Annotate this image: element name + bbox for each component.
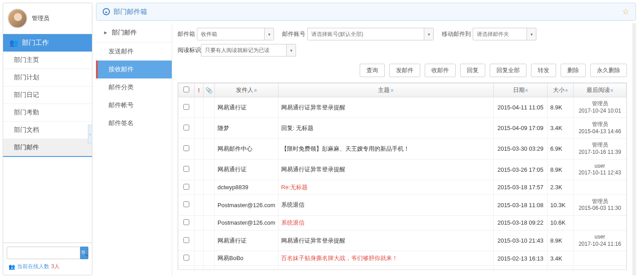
cell-size: 8.9K	[548, 230, 574, 251]
cell-sender: dclwyp8839	[215, 180, 278, 195]
account-dropdown[interactable]: ▾	[424, 28, 434, 40]
forward-button[interactable]: 转发	[531, 64, 556, 77]
cell-subject: 【限时免费领】彭麻麻、天王嫂专用的新品手机！	[278, 139, 493, 159]
nav-item[interactable]: 部门文档	[3, 122, 92, 139]
cell-size: 10.6K	[548, 215, 574, 230]
cell-date: 2015-02-13 16:13	[494, 251, 548, 266]
subnav-item[interactable]: 邮件分类	[96, 78, 172, 96]
receive-button[interactable]: 收邮件	[425, 64, 456, 77]
search-input[interactable]	[7, 247, 80, 259]
nav-item[interactable]: 部门主页	[3, 52, 92, 69]
mailbox-select[interactable]	[197, 28, 264, 40]
cell-size: 8.9K	[548, 97, 574, 118]
row-checkbox[interactable]	[183, 237, 189, 243]
col-flag[interactable]: !	[195, 83, 204, 97]
table-row[interactable]: 网易通行证网易通行证异常登录提醒2015-04-11 11:058.9K管理员2…	[178, 97, 627, 118]
chevron-down-icon: ▾	[428, 32, 430, 37]
reply-all-button[interactable]: 回复全部	[490, 64, 527, 77]
chevron-down-icon: ▾	[531, 32, 533, 37]
table-row[interactable]: 网易邮件中心【限时免费领】彭麻麻、天王嫂专用的新品手机！2015-03-30 0…	[178, 139, 627, 159]
col-checkbox	[178, 83, 195, 97]
row-checkbox[interactable]	[183, 269, 189, 270]
nav-section: 👥 部门工作	[3, 34, 92, 52]
cell-sender: 网易通行证	[215, 97, 278, 118]
col-date[interactable]: 日期≡	[494, 83, 548, 97]
nav-header-label: 部门工作	[22, 39, 49, 47]
cell-subject: 网易通行证异常登录提醒	[278, 159, 493, 180]
sort-icon: ≡	[254, 88, 257, 93]
online-users[interactable]: 👥 当前在线人数 3人	[7, 259, 88, 271]
user-box: 管理员	[3, 3, 92, 34]
row-checkbox[interactable]	[183, 166, 189, 172]
reply-button[interactable]: 回复	[460, 64, 485, 77]
cell-size: 8.9K	[548, 159, 574, 180]
table-row[interactable]: Postmaster@126.com系统退信2015-03-18 09:2210…	[178, 215, 627, 230]
chevron-left-icon: ‹	[89, 132, 91, 137]
table-row[interactable]: Postmaster@126.com系统退信2015-03-18 11:0810…	[178, 195, 627, 215]
cell-date: 2015-03-18 09:22	[494, 215, 548, 230]
query-button[interactable]: 查询	[360, 64, 385, 77]
col-last-read[interactable]: 最后阅读≡	[574, 83, 627, 97]
mailbox-dropdown[interactable]: ▾	[264, 28, 274, 40]
search-button[interactable]: 🔍	[80, 247, 88, 259]
cell-last-read	[574, 215, 627, 230]
cell-date: 2015-04-11 11:05	[494, 97, 548, 118]
perm-delete-button[interactable]: 永久删除	[590, 64, 627, 77]
table-row[interactable]: 网易邮件中心奔跑吧2015！网易邮箱送您羊年大礼包～2015-01-30 10:…	[178, 266, 627, 270]
cell-sender: 网易通行证	[215, 159, 278, 180]
row-checkbox[interactable]	[183, 219, 189, 225]
cell-size: 16.3K	[548, 266, 574, 270]
cell-last-read	[574, 251, 627, 266]
row-checkbox[interactable]	[183, 255, 189, 261]
star-icon[interactable]: ☆	[622, 7, 629, 17]
table-row[interactable]: dclwyp8839Re:无标题2015-03-18 17:572.3K	[178, 180, 627, 195]
row-checkbox[interactable]	[183, 201, 189, 207]
nav-item[interactable]: 部门邮件	[3, 139, 92, 157]
account-label: 邮件账号	[282, 30, 305, 38]
cell-last-read: 管理员2017-10-16 11:39	[574, 139, 627, 159]
nav-item[interactable]: 部门日记	[3, 87, 92, 104]
col-attachment[interactable]: 📎	[204, 83, 215, 97]
row-checkbox[interactable]	[183, 104, 189, 110]
row-checkbox[interactable]	[183, 184, 189, 190]
cell-last-read: 管理员2017-10-24 10:01	[574, 97, 627, 118]
cell-last-read: 管理员2015-06-03 11:30	[574, 195, 627, 215]
col-sender[interactable]: 发件人≡	[215, 83, 278, 97]
moveto-dropdown[interactable]: ▾	[527, 28, 536, 40]
table-row[interactable]: 网易通行证网易通行证异常登录提醒2015-03-26 17:058.9Kuser…	[178, 159, 627, 180]
readflag-dropdown[interactable]: ▾	[286, 44, 296, 56]
moveto-select[interactable]	[473, 28, 527, 40]
cell-size: 6.9K	[548, 139, 574, 159]
mail-table-wrap[interactable]: ! 📎 发件人≡ 主题≡ 日期≡ 大小≡ 最后阅读≡ 网易通行证网易通行证异常登…	[178, 83, 627, 270]
table-row[interactable]: 网易BoBo百名妹子贴身撕名牌大战，爷们够胆你就来！2015-02-13 16:…	[178, 251, 627, 266]
col-size[interactable]: 大小≡	[548, 83, 574, 97]
delete-button[interactable]: 删除	[561, 64, 586, 77]
subnav-item[interactable]: 接收邮件	[96, 61, 172, 78]
cell-sender: 网易邮件中心	[215, 266, 278, 270]
subnav-item[interactable]: 邮件签名	[96, 114, 172, 132]
mail-table: ! 📎 发件人≡ 主题≡ 日期≡ 大小≡ 最后阅读≡ 网易通行证网易通行证异常登…	[178, 83, 627, 270]
cell-date: 2015-03-30 03:29	[494, 139, 548, 159]
readflag-label: 阅读标识	[178, 46, 201, 54]
subnav-header[interactable]: 部门邮件	[96, 23, 172, 43]
select-all-checkbox[interactable]	[183, 87, 189, 92]
readflag-select[interactable]	[201, 44, 286, 56]
subnav-item[interactable]: 邮件帐号	[96, 96, 172, 114]
send-button[interactable]: 发邮件	[389, 64, 420, 77]
filter-row-2: 阅读标识 ▾	[172, 42, 632, 61]
row-checkbox[interactable]	[183, 125, 189, 130]
row-checkbox[interactable]	[183, 145, 189, 151]
flag-icon: !	[198, 87, 200, 94]
collapse-handle[interactable]: ‹	[88, 125, 92, 143]
nav-item[interactable]: 部门考勤	[3, 104, 92, 122]
sort-icon: ≡	[566, 88, 568, 93]
account-select[interactable]	[307, 28, 424, 40]
subnav-header-label: 部门邮件	[112, 29, 137, 36]
table-row[interactable]: 随梦回复: 无标题2015-04-09 17:093.4K管理员2015-04-…	[178, 118, 627, 139]
cell-sender: 随梦	[215, 118, 278, 139]
nav-header-dept-work[interactable]: 👥 部门工作	[3, 34, 92, 52]
table-row[interactable]: 网易通行证网易通行证异常登录提醒2015-03-10 21:438.9Kuser…	[178, 230, 627, 251]
subnav-item[interactable]: 发送邮件	[96, 43, 172, 61]
nav-item[interactable]: 部门计划	[3, 69, 92, 87]
col-subject[interactable]: 主题≡	[278, 83, 493, 97]
